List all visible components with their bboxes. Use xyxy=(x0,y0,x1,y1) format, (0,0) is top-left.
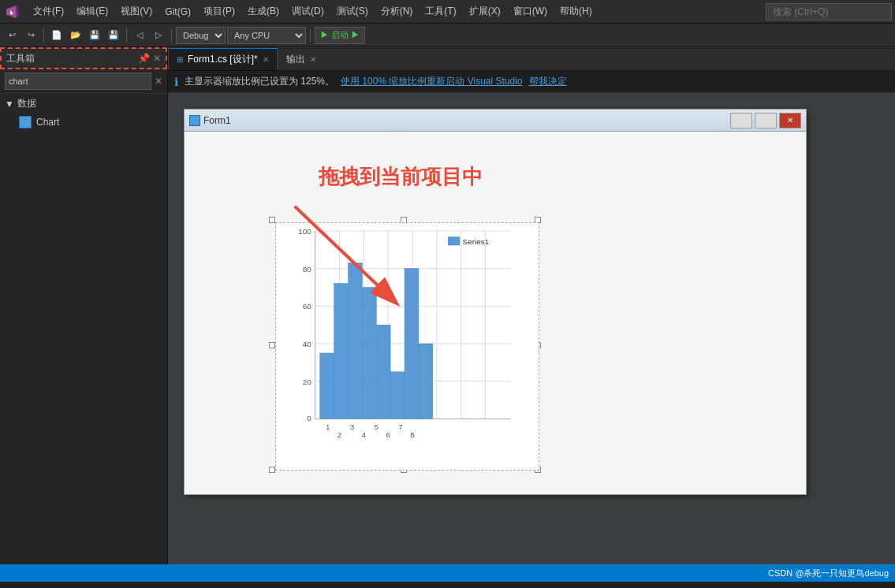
svg-text:8: 8 xyxy=(410,430,415,439)
menu-project[interactable]: 项目(P) xyxy=(197,2,241,21)
info-message: 主显示器缩放比例已设置为 125%。 xyxy=(185,75,334,88)
debug-config-select[interactable]: Debug xyxy=(176,27,226,44)
editor-tab-bar: ⊞ Form1.cs [设计]* ✕ 输出 ✕ xyxy=(168,47,895,71)
menu-edit[interactable]: 编辑(E) xyxy=(70,2,114,21)
form-window: Form1 ─ □ ✕ 拖拽到当前项目中 xyxy=(184,109,807,495)
toolbar-separator-3 xyxy=(171,28,172,43)
editor-panel: ⊞ Form1.cs [设计]* ✕ 输出 ✕ ℹ 主显示器缩放比例已设置为 1… xyxy=(168,47,895,564)
back-button[interactable]: ◁ xyxy=(131,27,148,44)
info-icon: ℹ xyxy=(174,76,178,88)
toolbox-header: 工具箱 📌 ✕ xyxy=(0,47,167,69)
designer-area: Form1 ─ □ ✕ 拖拽到当前项目中 xyxy=(168,93,895,564)
svg-rect-3 xyxy=(28,121,29,127)
toolbox-item-label: Chart xyxy=(36,117,59,128)
menu-analyze[interactable]: 分析(N) xyxy=(375,2,420,21)
menu-view[interactable]: 视图(V) xyxy=(114,2,158,21)
search-input[interactable] xyxy=(766,3,892,20)
menu-window[interactable]: 窗口(W) xyxy=(507,2,554,21)
info-decide-link[interactable]: 帮我决定 xyxy=(529,75,567,88)
svg-text:4: 4 xyxy=(362,430,367,439)
toolbox-search-area: ✕ xyxy=(0,69,167,94)
chart-item-icon xyxy=(19,116,32,128)
svg-text:0: 0 xyxy=(307,414,311,422)
toolbar-separator-1 xyxy=(43,28,44,43)
form-tab-icon: ⊞ xyxy=(177,55,183,64)
svg-text:Series1: Series1 xyxy=(463,237,490,246)
svg-text:6: 6 xyxy=(386,430,390,439)
open-button[interactable]: 📂 xyxy=(67,27,84,44)
toolbox-item-chart[interactable]: Chart xyxy=(0,114,167,131)
info-restart-link[interactable]: 使用 100% 缩放比例重新启动 Visual Studio xyxy=(341,75,523,88)
toolbox-title-label: 工具箱 xyxy=(6,52,35,65)
svg-rect-1 xyxy=(23,121,24,127)
menu-build[interactable]: 生成(B) xyxy=(241,2,285,21)
svg-text:7: 7 xyxy=(398,422,403,431)
toolbox-search-input[interactable] xyxy=(5,73,151,90)
svg-text:5: 5 xyxy=(374,422,379,431)
main-layout: 工具箱 📌 ✕ ✕ ▼ 数据 xyxy=(0,47,895,564)
svg-rect-0 xyxy=(21,123,22,127)
tab-close-form1[interactable]: ✕ xyxy=(263,55,269,64)
toolbar: ↩ ↪ 📄 📂 💾 💾 ◁ ▷ Debug Any CPU ▶ 启动 ▶ xyxy=(0,24,895,47)
menu-extensions[interactable]: 扩展(X) xyxy=(463,2,507,21)
svg-text:100: 100 xyxy=(298,227,311,236)
selection-handle-ml xyxy=(269,342,275,348)
redo-button[interactable]: ↪ xyxy=(22,27,39,44)
menu-git[interactable]: Git(G) xyxy=(158,3,197,20)
save-all-button[interactable]: 💾 xyxy=(105,27,122,44)
tab-label-output: 输出 xyxy=(286,53,305,66)
svg-text:40: 40 xyxy=(303,340,312,348)
menubar: 文件(F) 编辑(E) 视图(V) Git(G) 项目(P) 生成(B) 调试(… xyxy=(0,0,895,24)
toolbox-group-label: 数据 xyxy=(17,97,36,110)
toolbar-separator-2 xyxy=(126,28,127,43)
tab-form1-design[interactable]: ⊞ Form1.cs [设计]* ✕ xyxy=(168,48,278,70)
svg-rect-38 xyxy=(376,325,390,419)
pin-icon[interactable]: 📌 xyxy=(138,53,150,64)
svg-rect-36 xyxy=(348,263,362,419)
drag-instruction-text: 拖拽到当前项目中 xyxy=(319,163,483,191)
new-project-button[interactable]: 📄 xyxy=(48,27,65,44)
forward-button[interactable]: ▷ xyxy=(150,27,167,44)
chart-component[interactable]: 0 20 40 60 80 100 1 2 3 4 5 6 xyxy=(275,222,539,471)
form-title: Form1 xyxy=(203,115,727,126)
svg-rect-39 xyxy=(390,372,405,419)
run-button[interactable]: ▶ 启动 ▶ xyxy=(315,27,365,44)
save-button[interactable]: 💾 xyxy=(86,27,103,44)
toolbox-header-left: 工具箱 xyxy=(6,52,35,65)
menu-help[interactable]: 帮助(H) xyxy=(554,2,599,21)
svg-text:20: 20 xyxy=(303,378,312,386)
toolbox-group-data[interactable]: ▼ 数据 xyxy=(0,94,167,114)
menu-tools[interactable]: 工具(T) xyxy=(419,2,462,21)
selection-handle-tl xyxy=(269,217,275,223)
cpu-config-select[interactable]: Any CPU xyxy=(227,27,306,44)
menu-file[interactable]: 文件(F) xyxy=(27,2,70,21)
menu-debug[interactable]: 调试(D) xyxy=(285,2,330,21)
tab-close-output[interactable]: ✕ xyxy=(310,55,316,64)
form-icon xyxy=(189,115,200,126)
undo-button[interactable]: ↩ xyxy=(3,27,21,44)
svg-text:80: 80 xyxy=(303,265,312,274)
svg-rect-41 xyxy=(419,344,433,419)
maximize-button[interactable]: □ xyxy=(755,113,777,128)
vs-logo-icon xyxy=(3,2,22,21)
chevron-down-icon: ▼ xyxy=(5,99,14,110)
svg-text:3: 3 xyxy=(350,422,355,431)
menu-test[interactable]: 测试(S) xyxy=(330,2,375,21)
toolbox-search-clear-button[interactable]: ✕ xyxy=(155,76,162,87)
svg-rect-35 xyxy=(334,284,349,419)
form-content: 拖拽到当前项目中 xyxy=(185,132,806,494)
toolbox-header-actions: 📌 ✕ xyxy=(138,53,161,64)
toolbar-separator-4 xyxy=(310,28,311,43)
svg-text:2: 2 xyxy=(337,430,342,439)
svg-rect-34 xyxy=(320,353,334,419)
close-button[interactable]: ✕ xyxy=(779,113,801,128)
info-bar: ℹ 主显示器缩放比例已设置为 125%。 使用 100% 缩放比例重新启动 Vi… xyxy=(168,71,895,93)
selection-handle-bl xyxy=(269,467,275,473)
svg-rect-2 xyxy=(25,119,27,127)
svg-text:1: 1 xyxy=(326,422,330,431)
close-icon[interactable]: ✕ xyxy=(153,53,161,64)
status-text: CSDN @杀死一只知更鸟debug xyxy=(768,568,889,579)
tab-output[interactable]: 输出 ✕ xyxy=(278,48,325,70)
minimize-button[interactable]: ─ xyxy=(730,113,752,128)
form-title-buttons: ─ □ ✕ xyxy=(730,113,801,128)
